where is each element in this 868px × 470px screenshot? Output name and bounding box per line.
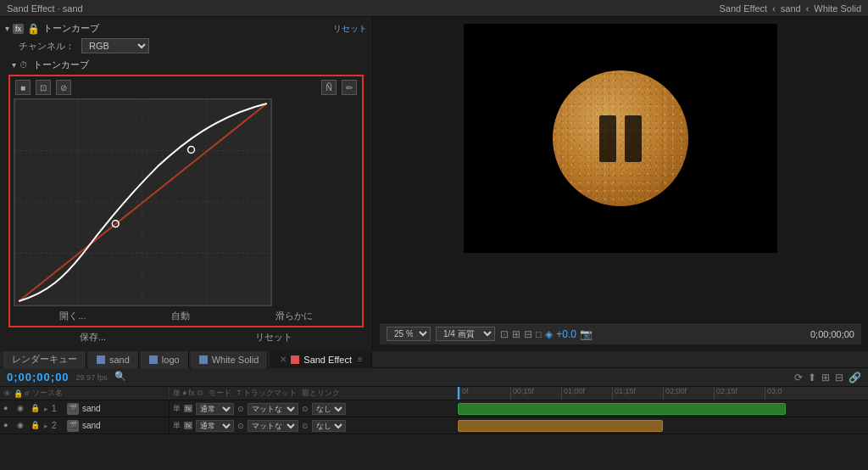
tone-curve-section-header: ▾ ⏱ トーンカーブ bbox=[12, 59, 367, 71]
tone-curve-collapse-arrow[interactable]: ▾ bbox=[12, 60, 16, 70]
color-adj-value[interactable]: +0.0 bbox=[556, 328, 576, 340]
curve-tool-paint[interactable]: ✏ bbox=[342, 80, 357, 95]
tab-render-queue-label: レンダーキュー bbox=[12, 353, 77, 366]
curve-tool-wave[interactable]: Ñ bbox=[321, 80, 337, 95]
zoom-select[interactable]: 25 % bbox=[387, 327, 431, 341]
tab-logo[interactable]: logo bbox=[141, 351, 189, 368]
track-1-prop-icon: 単 bbox=[173, 403, 181, 414]
track-1-mode-select[interactable]: 通常 bbox=[196, 403, 234, 415]
track-header-name: ソース名 bbox=[32, 388, 63, 399]
grid-icon[interactable]: ⊞ bbox=[512, 328, 520, 340]
track-2-solo-icon[interactable]: ◉ bbox=[17, 421, 27, 431]
breadcrumb-solid: White Solid bbox=[814, 3, 861, 14]
track-1-bar bbox=[458, 403, 786, 415]
tracks-container: ● ◉ 🔒 ▸ 1 🎬 sand 単 fx 通常 ⊙ マットなし～ bbox=[0, 400, 868, 470]
timeline-tool-4[interactable]: ⊟ bbox=[835, 372, 843, 383]
track-2-name: sand bbox=[82, 421, 165, 430]
track-2-lock-icon[interactable]: 🔒 bbox=[31, 421, 41, 431]
curve-tool-adjust[interactable]: ⊡ bbox=[36, 80, 51, 95]
tab-close-icon[interactable]: ✕ bbox=[280, 355, 287, 364]
track-1-expand-arrow[interactable]: ▸ bbox=[44, 405, 48, 413]
snapshot-icon[interactable]: 📷 bbox=[580, 328, 593, 340]
timeline-tool-3[interactable]: ⊞ bbox=[821, 372, 830, 383]
track-2-visibility-icon[interactable]: ● bbox=[3, 421, 14, 431]
track-col-matte: T トラックマット bbox=[236, 388, 297, 399]
track-1-type-icon: 🎬 bbox=[69, 405, 77, 412]
tone-curve-label: トーンカーブ bbox=[33, 59, 89, 71]
track-2-icon: 🎬 bbox=[67, 420, 79, 432]
track-2-fx-badge: fx bbox=[184, 422, 192, 429]
track-1-visibility-icon[interactable]: ● bbox=[3, 404, 14, 414]
ruler-mark-1s15f: 01;15f bbox=[612, 387, 663, 400]
effect-name: トーンカーブ bbox=[43, 22, 99, 35]
breadcrumb-sep1: ‹ bbox=[772, 3, 776, 14]
fit-screen-icon[interactable]: ⊡ bbox=[500, 328, 509, 340]
stopwatch-icon: ⏱ bbox=[19, 60, 28, 70]
preview-viewport bbox=[464, 24, 777, 253]
curve-canvas[interactable] bbox=[14, 98, 272, 306]
tab-logo-label: logo bbox=[162, 355, 180, 365]
timeline-timecode[interactable]: 0;00;00;00 bbox=[7, 371, 70, 383]
breadcrumb: Sand Effect ‹ sand ‹ White Solid bbox=[719, 3, 861, 14]
overlay-icon[interactable]: ⊟ bbox=[524, 328, 532, 340]
color-icon[interactable]: ◈ bbox=[545, 328, 553, 340]
track-header-labels: 👁 🔒 # ソース名 bbox=[0, 387, 170, 400]
tab-render-queue[interactable]: レンダーキュー bbox=[3, 351, 86, 368]
ruler-mark-15f: 00;15f bbox=[510, 387, 561, 400]
timeline-tools: ⟳ ⬆ ⊞ ⊟ 🔗 bbox=[794, 372, 861, 383]
track-2-bar-area[interactable] bbox=[458, 417, 868, 434]
track-1-bar-area[interactable] bbox=[458, 400, 868, 417]
track-1-matte-icon: ⊙ bbox=[237, 405, 244, 413]
track-2-expand-arrow[interactable]: ▸ bbox=[44, 422, 48, 430]
track-1-matte-select[interactable]: マットなし～ bbox=[248, 403, 298, 415]
track-2-matte-select[interactable]: マットなし～ bbox=[248, 420, 298, 432]
tab-logo-swatch bbox=[149, 355, 158, 364]
preview-panel: 25 % 1/4 画質 ⊡ ⊞ ⊟ □ ◈ +0.0 📷 0;00;00;00 bbox=[373, 17, 868, 351]
effect-header: ▾ fx 🔒 トーンカーブ リセット bbox=[5, 22, 367, 35]
track-col-fx: 単 ♦ fx ⊙ bbox=[173, 388, 203, 399]
composition-tabs-bar: レンダーキュー sand logo White Solid ✕ Sand Eff… bbox=[0, 351, 868, 368]
effect-collapse-arrow[interactable]: ▾ bbox=[5, 24, 9, 33]
track-2-mode-select[interactable]: 通常 bbox=[196, 420, 234, 432]
timeline-tool-5[interactable]: 🔗 bbox=[849, 372, 861, 383]
timeline-tool-2[interactable]: ⬆ bbox=[808, 372, 816, 383]
timeline-tool-1[interactable]: ⟳ bbox=[794, 372, 803, 383]
ruler-mark-0: 0f bbox=[459, 387, 510, 400]
track-1-props: 単 fx 通常 ⊙ マットなし～ ⊙ なし bbox=[170, 403, 458, 415]
fx-badge: fx bbox=[13, 24, 24, 34]
track-1-parent-icon: ⊙ bbox=[302, 405, 309, 413]
tab-white-solid[interactable]: White Solid bbox=[191, 351, 269, 368]
channel-icon[interactable]: □ bbox=[536, 328, 542, 340]
curve-toolbar: ■ ⊡ ⊘ Ñ ✏ bbox=[14, 80, 359, 95]
tone-curve-widget: ■ ⊡ ⊘ Ñ ✏ bbox=[8, 75, 364, 327]
top-bar: Sand Effect · sand Sand Effect ‹ sand ‹ … bbox=[0, 0, 868, 17]
track-1-name: sand bbox=[82, 404, 165, 413]
tab-sand[interactable]: sand bbox=[88, 351, 139, 368]
track-1-solo-icon[interactable]: ◉ bbox=[17, 404, 27, 414]
quality-select[interactable]: 1/4 画質 bbox=[436, 327, 495, 341]
ruler-mark-3s: 03;0 bbox=[765, 387, 815, 400]
curve-reset-btn[interactable]: リセット bbox=[255, 331, 292, 344]
track-2-parent-icon: ⊙ bbox=[302, 422, 309, 430]
auto-btn[interactable]: 自動 bbox=[171, 310, 190, 322]
search-icon[interactable]: 🔍 bbox=[114, 371, 128, 384]
tab-sand-effect[interactable]: ✕ Sand Effect ≡ bbox=[270, 351, 372, 368]
track-2-parent-select[interactable]: なし bbox=[312, 420, 346, 432]
smooth-btn[interactable]: 滑らかに bbox=[275, 310, 313, 322]
track-1-controls: ● ◉ 🔒 ▸ 1 🎬 sand bbox=[0, 400, 170, 417]
track-1-lock-icon[interactable]: 🔒 bbox=[31, 404, 41, 414]
reset-button[interactable]: リセット bbox=[333, 23, 367, 35]
ruler-mark-2s15f: 02;15f bbox=[714, 387, 765, 400]
save-btn[interactable]: 保存... bbox=[80, 331, 106, 344]
ruler-mark-2s: 02;00f bbox=[663, 387, 714, 400]
open-curve-btn[interactable]: 開く... bbox=[59, 310, 86, 322]
curve-tool-pencil[interactable]: ⊘ bbox=[56, 80, 71, 95]
tab-white-solid-swatch bbox=[199, 355, 208, 364]
curve-tool-node[interactable]: ■ bbox=[15, 80, 31, 95]
channel-select[interactable]: RGB 赤 緑 青 bbox=[81, 38, 149, 53]
channel-label: チャンネル： bbox=[19, 40, 75, 53]
playhead-indicator bbox=[458, 387, 459, 400]
channel-row: チャンネル： RGB 赤 緑 青 bbox=[19, 38, 367, 53]
track-1-parent-select[interactable]: なし bbox=[312, 403, 346, 415]
track-col-parent: 親とリンク bbox=[302, 388, 340, 399]
